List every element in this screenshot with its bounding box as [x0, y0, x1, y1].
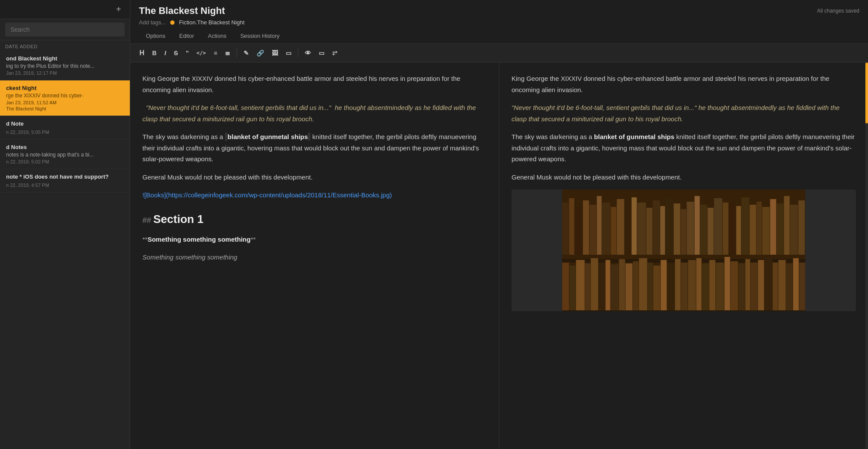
main-content: The Blackest Night All changes saved Add… [130, 0, 868, 449]
add-note-button[interactable]: + [112, 3, 125, 16]
note-preview: rge the XIXXIV donned his cyber- [6, 93, 124, 99]
note-date: n 22, 2019, 5:05 PM [6, 130, 124, 135]
preview-button[interactable]: 👁 [302, 48, 314, 58]
sidebar: + Date Added ond Blackest Night ing to t… [0, 0, 130, 449]
bold-text: blanket of gunmetal ships [228, 133, 308, 140]
editor-paragraph-3: The sky was darkening as a ​blanket of g… [142, 131, 487, 165]
editor-paragraph-4: General Musk would not be pleased with t… [142, 172, 487, 183]
list-item[interactable]: ckest Night rge the XIXXIV donned his cy… [0, 80, 130, 116]
tab-options[interactable]: Options [139, 29, 172, 43]
preview-pane[interactable]: King George the XIXXIV donned his cyber-… [499, 63, 868, 449]
ol-button[interactable]: ≣ [222, 48, 233, 58]
tab-session-history[interactable]: Session History [233, 29, 286, 43]
toolbar-divider-2 [298, 49, 298, 57]
tag-color-dot [170, 20, 175, 25]
scrollbar-track [865, 63, 868, 449]
quote-button[interactable]: " [183, 48, 192, 58]
section-heading: ## Section 1 [142, 210, 487, 229]
search-input[interactable] [5, 23, 125, 37]
editor-toolbar: H B I S " </> ≡ ≣ ✎ 🔗 🖼 ▭ 👁 ▭ ⥂ [130, 44, 868, 63]
preview-paragraph-2: "Never thought it'd be 6-foot-tall, sent… [512, 102, 856, 124]
sidebar-search-container [0, 19, 130, 40]
main-header: The Blackest Night All changes saved Add… [130, 0, 868, 44]
sidebar-section-label: Date Added [0, 40, 130, 51]
note-preview: notes is a note-taking app that's a bi..… [6, 152, 124, 158]
list-item[interactable]: note * iOS does not have md support? n 2… [0, 169, 130, 193]
fullscreen-button[interactable]: ⥂ [329, 48, 340, 58]
note-title: d Notes [6, 144, 124, 150]
preview-paragraph-1: King George the XIXXIV donned his cyber-… [512, 73, 856, 95]
highlight-button[interactable]: ✎ [241, 48, 252, 58]
svg-rect-73 [562, 190, 805, 311]
note-title: ond Blackest Night [6, 55, 124, 62]
editor-area: King George the XIXXIV donned his cyber-… [130, 63, 868, 449]
sub-bold-text: Something something something [148, 236, 251, 243]
note-date: n 22, 2019, 4:57 PM [6, 183, 124, 188]
image-link[interactable]: ![Books](https://collegeinfogeek.com/wp-… [142, 191, 392, 199]
books-svg [512, 190, 856, 311]
editor-sub-italic: Something something something [142, 252, 487, 263]
tags-row: Add tags... Fiction.The Blackest Night [139, 19, 859, 26]
code-button[interactable]: </> [194, 48, 209, 58]
preview-bold-text: blanket of gunmetal ships [594, 133, 674, 140]
split-view-button[interactable]: ▭ [316, 48, 327, 58]
page-title: The Blackest Night [139, 5, 225, 17]
note-date: Jan 23, 2019, 11:52 AM [6, 100, 124, 105]
section-marker: ## [142, 216, 153, 225]
add-tags-button[interactable]: Add tags... [139, 19, 166, 26]
note-preview: ing to try the Plus Editor for this note… [6, 63, 124, 69]
editor-paragraph-2: "Never thought it'd be 6-foot-tall, sent… [142, 102, 487, 124]
list-item[interactable]: ond Blackest Night ing to try the Plus E… [0, 51, 130, 80]
toolbar-divider [237, 49, 237, 57]
note-tag: The Blackest Night [6, 106, 124, 111]
sidebar-top-bar: + [0, 0, 130, 19]
tag-label: Fiction.The Blackest Night [179, 19, 244, 26]
tab-actions[interactable]: Actions [201, 29, 234, 43]
title-row: The Blackest Night All changes saved [139, 5, 859, 17]
editor-image-link: ![Books](https://collegeinfogeek.com/wp-… [142, 190, 487, 201]
bold-button[interactable]: B [149, 48, 160, 58]
editor-paragraph-1: King George the XIXXIV donned his cyber-… [142, 73, 487, 95]
strikethrough-button[interactable]: S [171, 48, 181, 58]
note-title: ckest Night [6, 85, 124, 91]
note-date: Jan 23, 2019, 12:17 PM [6, 70, 124, 76]
preview-paragraph-3: The sky was darkening as a blanket of gu… [512, 131, 856, 165]
link-button[interactable]: 🔗 [254, 48, 267, 58]
heading-button[interactable]: H [136, 47, 148, 59]
editor-pane[interactable]: King George the XIXXIV donned his cyber-… [130, 63, 499, 449]
note-title: d Note [6, 120, 124, 127]
note-date: n 22, 2019, 5:02 PM [6, 159, 124, 164]
save-status: All changes saved [817, 8, 859, 14]
image-button[interactable]: 🖼 [269, 48, 281, 58]
tab-editor[interactable]: Editor [172, 29, 201, 43]
note-list: ond Blackest Night ing to try the Plus E… [0, 51, 130, 449]
scrollbar-thumb[interactable] [865, 63, 868, 123]
preview-paragraph-4: General Musk would not be pleased with t… [512, 172, 856, 183]
ul-button[interactable]: ≡ [211, 48, 220, 58]
list-item[interactable]: d Notes notes is a note-taking app that'… [0, 140, 130, 169]
italic-button[interactable]: I [162, 48, 169, 58]
table-button[interactable]: ▭ [283, 48, 294, 58]
note-title: note * iOS does not have md support? [6, 173, 124, 180]
books-image [512, 190, 856, 311]
nav-tabs: Options Editor Actions Session History [139, 29, 859, 43]
list-item[interactable]: d Note n 22, 2019, 5:05 PM [0, 116, 130, 140]
editor-sub-bold: **Something something something** [142, 234, 487, 245]
